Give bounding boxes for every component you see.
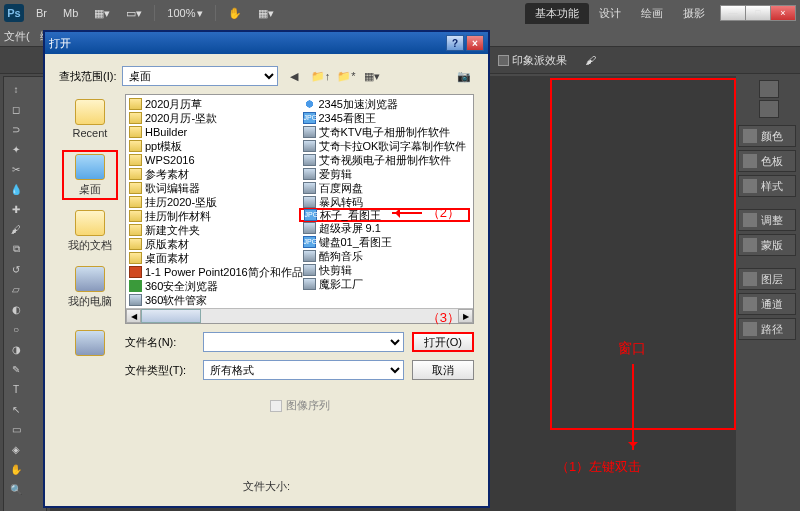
file-item[interactable]: 快剪辑 (300, 263, 474, 277)
place-network[interactable] (62, 318, 118, 368)
panel-color[interactable]: 颜色 (738, 125, 796, 147)
file-item[interactable]: JPG键盘01_看图王 (300, 235, 474, 249)
stamp-tool-icon[interactable]: ⧉ (7, 240, 25, 258)
tab-paint[interactable]: 绘画 (631, 3, 673, 24)
file-item[interactable]: 2345加速浏览器 (300, 97, 474, 111)
filename-input[interactable] (203, 332, 404, 352)
place-recent[interactable]: Recent (62, 94, 118, 144)
file-item[interactable]: 桌面素材 (126, 251, 300, 265)
cancel-button[interactable]: 取消 (412, 360, 474, 380)
place-desktop[interactable]: 桌面 (62, 150, 118, 200)
file-item[interactable]: 歌词编辑器 (126, 181, 300, 195)
tab-design[interactable]: 设计 (589, 3, 631, 24)
panel-layer[interactable]: 图层 (738, 268, 796, 290)
shape-tool-icon[interactable]: ▭ (7, 420, 25, 438)
file-item[interactable]: 1-1 Power Point2016简介和作品 (126, 265, 300, 279)
menu-file[interactable]: 文件( (4, 29, 30, 44)
scroll-left-icon[interactable]: ◀ (126, 309, 141, 323)
heal-tool-icon[interactable]: ✚ (7, 200, 25, 218)
actions-panel-icon[interactable] (759, 100, 779, 118)
file-item[interactable]: 参考素材 (126, 167, 300, 181)
panel-adjust[interactable]: 调整 (738, 209, 796, 231)
dodge-tool-icon[interactable]: ◑ (7, 340, 25, 358)
eyedrop-tool-icon[interactable]: 💧 (7, 180, 25, 198)
up-icon[interactable]: 📁↑ (310, 66, 330, 86)
path-tool-icon[interactable]: ↖ (7, 400, 25, 418)
file-item[interactable]: HBuilder (126, 125, 300, 139)
back-icon[interactable]: ◀ (284, 66, 304, 86)
file-item[interactable]: 艾奇视频电子相册制作软件 (300, 153, 474, 167)
scroll-thumb[interactable] (141, 309, 201, 323)
hand-tool-icon[interactable]: ✋ (7, 460, 25, 478)
file-item[interactable]: 360安全浏览器 (126, 279, 300, 293)
maximize-button[interactable]: □ (745, 5, 771, 21)
panel-swatch[interactable]: 色板 (738, 150, 796, 172)
pen-tool-icon[interactable]: ✎ (7, 360, 25, 378)
dialog-close-button[interactable]: × (466, 35, 484, 51)
place-docs[interactable]: 我的文档 (62, 206, 118, 256)
file-item[interactable]: 挂历制作材料 (126, 209, 300, 223)
file-item[interactable]: 百度网盘 (300, 181, 474, 195)
screen-mode-icon[interactable]: ▭▾ (120, 5, 148, 22)
filetype-select[interactable]: 所有格式 (203, 360, 404, 380)
lasso-tool-icon[interactable]: ⊃ (7, 120, 25, 138)
zoom-level[interactable]: 100% ▾ (161, 5, 209, 22)
file-item[interactable]: 挂历2020-坚版 (126, 195, 300, 209)
extras-icon[interactable]: ▦▾ (252, 5, 280, 22)
gradient-tool-icon[interactable]: ◐ (7, 300, 25, 318)
camera-icon[interactable]: 📷 (454, 66, 474, 86)
panel-style[interactable]: 样式 (738, 175, 796, 197)
3d-tool-icon[interactable]: ◈ (7, 440, 25, 458)
file-item[interactable]: JPG图01 (473, 109, 474, 123)
file-item[interactable]: 爱剪辑 (300, 167, 474, 181)
minimize-button[interactable]: — (720, 5, 746, 21)
open-button[interactable]: 打开(O) (412, 332, 474, 352)
panel-channel[interactable]: 通道 (738, 293, 796, 315)
scroll-right-icon[interactable]: ▶ (458, 309, 473, 323)
marquee-tool-icon[interactable]: ◻ (7, 100, 25, 118)
move-tool-icon[interactable]: ↕ (7, 80, 25, 98)
dialog-titlebar[interactable]: 打开 ? × (45, 32, 488, 54)
history-panel-icon[interactable] (759, 80, 779, 98)
newfolder-icon[interactable]: 📁* (336, 66, 356, 86)
file-item[interactable]: JPG2345看图王 (300, 111, 474, 125)
file-item[interactable]: 艾奇KTV电子相册制作软件 (300, 125, 474, 139)
file-item[interactable]: 超级录屏 9.1 (300, 221, 474, 235)
panel-path[interactable]: 路径 (738, 318, 796, 340)
history-tool-icon[interactable]: ↺ (7, 260, 25, 278)
blur-tool-icon[interactable]: ○ (7, 320, 25, 338)
hscrollbar[interactable]: ◀ ▶ (126, 308, 473, 323)
crop-tool-icon[interactable]: ✂ (7, 160, 25, 178)
file-item[interactable]: 艾奇卡拉OK歌词字幕制作软件 (300, 139, 474, 153)
lookin-select[interactable]: 桌面 (122, 66, 278, 86)
file-item[interactable]: 2020月历草 (126, 97, 300, 111)
tab-photo[interactable]: 摄影 (673, 3, 715, 24)
file-item[interactable]: 原版素材 (126, 237, 300, 251)
eraser-tool-icon[interactable]: ▱ (7, 280, 25, 298)
brush-tool-icon[interactable]: 🖌 (7, 220, 25, 238)
file-list[interactable]: 2020月历草2020月历-坚款HBuilderppt模板WPS2016参考素材… (125, 94, 474, 324)
br-button[interactable]: Br (30, 5, 53, 21)
arrange-icon[interactable]: ▦▾ (88, 5, 116, 22)
file-item[interactable]: 2020月历-坚款 (126, 111, 300, 125)
zoom-tool-icon[interactable]: 🔍 (7, 480, 25, 498)
type-tool-icon[interactable]: T (7, 380, 25, 398)
close-button[interactable]: × (770, 5, 796, 21)
file-item[interactable]: 手机 (473, 95, 474, 109)
panel-mask[interactable]: 蒙版 (738, 234, 796, 256)
wand-tool-icon[interactable]: ✦ (7, 140, 25, 158)
opt-impress[interactable]: 印象派效果 (498, 53, 567, 68)
hand-icon[interactable]: ✋ (222, 5, 248, 22)
file-item[interactable]: 新建文件夹 (126, 223, 300, 237)
file-item[interactable]: ppt模板 (126, 139, 300, 153)
dialog-help-button[interactable]: ? (446, 35, 464, 51)
mb-button[interactable]: Mb (57, 5, 84, 21)
brush-icon[interactable]: 🖌 (585, 54, 596, 66)
file-item[interactable]: 魔影工厂 (300, 277, 474, 291)
viewmenu-icon[interactable]: ▦▾ (362, 66, 382, 86)
file-item[interactable]: 360软件管家 (126, 293, 300, 307)
file-item[interactable]: WPS2016 (126, 153, 300, 167)
tab-basic[interactable]: 基本功能 (525, 3, 589, 24)
file-item[interactable]: 酷狗音乐 (300, 249, 474, 263)
place-computer[interactable]: 我的电脑 (62, 262, 118, 312)
